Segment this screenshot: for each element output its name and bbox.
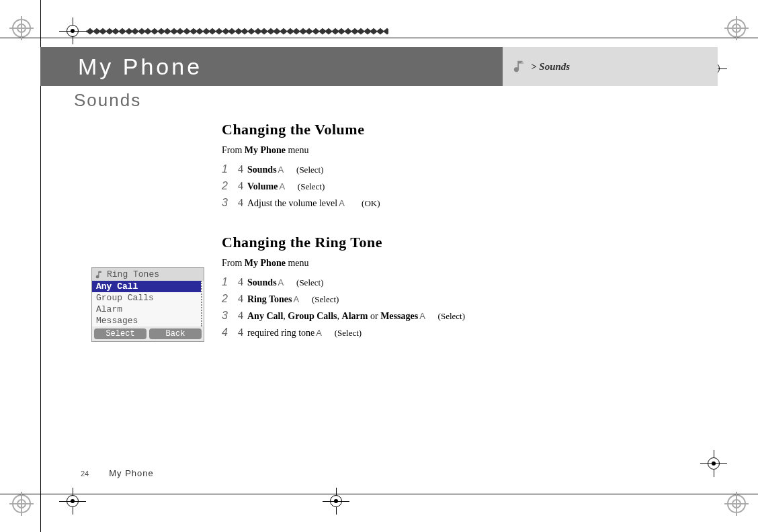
softkey-label: Select — [328, 326, 368, 340]
step-number: 3 — [222, 308, 234, 324]
footer-chapter: My Phone — [109, 468, 154, 478]
registration-mark-icon — [727, 19, 746, 38]
step-body: SoundsA Select — [247, 275, 531, 290]
phone-softkey-right: Back — [149, 328, 202, 339]
steps-volume: 14SoundsA Select24VolumeA Select34Adjust… — [222, 161, 531, 211]
from-line: From My Phone menu — [222, 256, 531, 270]
softkey-label: Select — [290, 276, 330, 290]
from-menu: My Phone — [245, 258, 286, 268]
softkey-indicator-icon: A — [277, 163, 286, 177]
softkey-label: Select — [305, 293, 345, 306]
phone-softkey-left: Select — [94, 328, 146, 339]
crosshair-icon — [59, 488, 86, 515]
arrow-icon: 4 — [234, 291, 247, 307]
registration-mark-icon — [12, 494, 31, 513]
music-note-icon — [95, 270, 104, 279]
trim-line-bottom — [0, 494, 758, 494]
phone-menu-item: Any Call — [92, 281, 201, 292]
softkey-indicator-icon: A — [337, 197, 346, 210]
step-body: Any Call, Group Calls, Alarm or Messages… — [247, 309, 531, 323]
from-menu: My Phone — [245, 145, 286, 155]
svg-point-0 — [521, 62, 524, 64]
step-number: 3 — [222, 195, 234, 211]
softkey-label: Select — [291, 180, 331, 193]
crosshair-icon — [59, 17, 86, 44]
softkey-label: Select — [290, 163, 330, 177]
arrow-icon: 4 — [234, 195, 247, 211]
music-note-icon — [512, 59, 527, 74]
step: 24VolumeA Select — [222, 178, 531, 194]
trim-line-top — [0, 38, 758, 38]
phone-menu-item: Messages — [92, 315, 201, 326]
step-number: 1 — [222, 274, 234, 290]
step: 24Ring TonesA Select — [222, 291, 531, 307]
heading-changing-ringtone: Changing the Ring Tone — [222, 231, 531, 253]
arrow-icon: 4 — [234, 161, 247, 177]
breadcrumb-section: Sounds — [539, 61, 570, 73]
softkey-indicator-icon: A — [277, 276, 286, 290]
step: 34Any Call, Group Calls, Alarm or Messag… — [222, 308, 531, 324]
from-suffix: menu — [286, 258, 309, 268]
from-line: From My Phone menu — [222, 143, 531, 157]
crosshair-icon — [323, 488, 349, 515]
heading-changing-volume: Changing the Volume — [222, 118, 531, 140]
from-prefix: From — [222, 258, 245, 268]
step-body: Adjust the volume levelA OK — [247, 196, 531, 210]
steps-ringtone: 14SoundsA Select24Ring TonesA Select34An… — [222, 274, 531, 341]
phone-menu-item: Group Calls — [92, 292, 201, 304]
step-body: SoundsA Select — [247, 163, 531, 177]
registration-mark-icon — [12, 19, 31, 38]
step-body: Ring TonesA Select — [247, 292, 531, 306]
registration-mark-icon — [727, 494, 746, 513]
arrow-icon: 4 — [234, 178, 247, 194]
from-suffix: menu — [286, 145, 309, 155]
softkey-indicator-icon: A — [314, 326, 323, 340]
step-number: 1 — [222, 161, 234, 177]
step: 44required ring toneA Select — [222, 324, 531, 341]
phone-title: Ring Tones — [107, 269, 159, 279]
step-number: 2 — [222, 291, 234, 307]
breadcrumb-separator: > — [531, 61, 537, 73]
softkey-label: OK — [351, 197, 391, 210]
phone-softkeys: Select Back — [92, 326, 204, 341]
page-footer: 24 My Phone — [81, 468, 154, 478]
phone-menu-list: Any CallGroup CallsAlarmMessages — [92, 281, 202, 326]
phone-titlebar: Ring Tones — [92, 268, 204, 281]
softkey-label: Select — [431, 310, 472, 323]
phone-screenshot: Ring Tones Any CallGroup CallsAlarmMessa… — [91, 267, 204, 342]
chapter-banner: My Phone > Sounds — [40, 47, 718, 86]
page-number: 24 — [81, 470, 89, 478]
step-body: VolumeA Select — [247, 179, 531, 193]
decorative-divider: ◆◆◆◆◆◆◆◆◆◆◆◆◆◆◆◆◆◆◆◆◆◆◆◆◆◆◆◆◆◆◆◆◆◆◆◆◆◆◆◆… — [86, 26, 388, 35]
section-title: Sounds — [74, 90, 141, 111]
arrow-icon: 4 — [234, 324, 247, 341]
softkey-indicator-icon: A — [292, 293, 301, 306]
softkey-indicator-icon: A — [418, 310, 427, 323]
step-number: 4 — [222, 324, 234, 341]
step: 34Adjust the volume levelA OK — [222, 195, 531, 211]
step: 14SoundsA Select — [222, 274, 531, 290]
step-number: 2 — [222, 178, 234, 194]
softkey-indicator-icon: A — [278, 180, 286, 193]
arrow-icon: 4 — [234, 308, 247, 324]
breadcrumb: > Sounds — [503, 47, 718, 86]
crosshair-icon — [700, 450, 727, 477]
step: 14SoundsA Select — [222, 161, 531, 177]
phone-menu-item: Alarm — [92, 304, 201, 315]
page-content: Changing the Volume From My Phone menu 1… — [222, 118, 531, 361]
chapter-title: My Phone — [40, 47, 503, 86]
from-prefix: From — [222, 145, 245, 155]
arrow-icon: 4 — [234, 274, 247, 290]
step-body: required ring toneA Select — [247, 326, 531, 340]
